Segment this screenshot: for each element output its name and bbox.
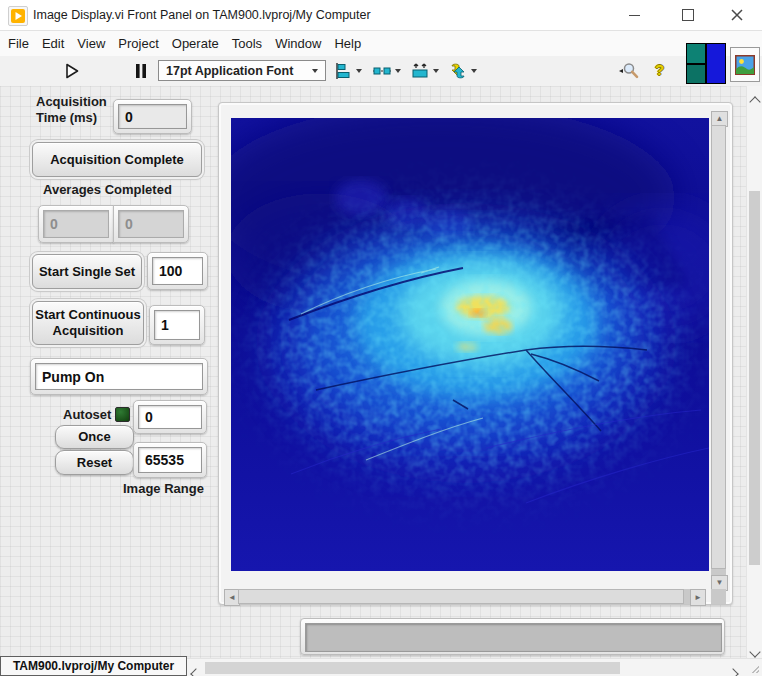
minimize-button[interactable] [617,0,651,30]
resize-objects-icon [409,62,431,80]
start-single-set-button[interactable]: Start Single Set [32,254,142,289]
pause-button[interactable] [134,63,148,83]
help-icon: ? [655,61,664,78]
window-scroll-up-button[interactable] [751,92,759,110]
toolbar: 17pt Application Font [0,56,762,87]
averages-value-2: 0 [118,210,184,238]
acquisition-time-indicator: 0 [113,99,192,134]
resize-grip[interactable] [751,665,759,673]
thermal-image-rendering [231,118,709,571]
chevron-down-icon [433,69,439,73]
averages-completed-indicator-1: 0 [38,205,114,243]
chevron-right-icon [727,668,738,676]
font-selector[interactable]: 17pt Application Font [158,60,326,81]
help-button[interactable]: ? [655,61,664,78]
range-min-control[interactable]: 0 [133,400,207,434]
menu-help[interactable]: Help [334,36,361,51]
panel-pane-top [687,44,705,63]
labview-run-arrow-icon [11,9,25,23]
averages-completed-label: Averages Completed [43,182,172,197]
once-button[interactable]: Once [55,425,134,449]
distribute-objects-button[interactable] [371,60,401,82]
chevron-down-icon [471,69,477,73]
menu-tools[interactable]: Tools [232,36,262,51]
run-arrow-icon [62,61,82,81]
start-continuous-label-line2: Acquisition [53,323,124,339]
reorder-objects-button[interactable] [447,60,477,82]
chevron-down-icon [312,69,318,73]
maximize-icon [682,9,694,21]
range-max-value[interactable]: 65535 [138,447,202,473]
reset-button[interactable]: Reset [55,450,134,475]
menu-window[interactable]: Window [275,36,321,51]
chevron-left-icon [190,668,201,676]
panel-pane-bottom [687,65,705,84]
image-vscroll-thumb[interactable] [711,125,726,569]
single-set-count-control[interactable]: 100 [147,252,208,290]
align-objects-button[interactable] [334,60,362,82]
autoset-led[interactable] [115,407,130,422]
labview-app-icon [8,6,28,26]
averages-value-1: 0 [43,210,109,238]
panel-navigation-icon[interactable] [686,43,726,84]
execution-target-label: TAM900.lvproj/My Computer [13,659,174,673]
vi-icon[interactable] [730,47,760,82]
menu-operate[interactable]: Operate [172,36,219,51]
pump-control[interactable]: Pump On [30,358,208,395]
align-objects-icon [334,62,354,80]
window-title: Image Display.vi Front Panel on TAM900.l… [33,0,371,30]
window-hscroll-thumb[interactable] [205,662,620,674]
image-hscroll-thumb[interactable] [238,589,684,604]
acquisition-time-value: 0 [118,104,187,129]
window-scroll-left-button[interactable] [192,664,200,676]
menu-project[interactable]: Project [118,36,158,51]
averages-completed-indicator-2: 0 [113,205,189,243]
status-string-indicator [300,618,725,655]
chevron-down-icon [356,69,362,73]
front-panel: Acquisition Time (ms) 0 Acquisition Comp… [0,86,746,658]
menu-edit[interactable]: Edit [42,36,64,51]
execution-target-box[interactable]: TAM900.lvproj/My Computer [0,656,187,676]
panel-pane-right [707,44,725,83]
once-label: Once [78,429,111,445]
pump-value[interactable]: Pump On [35,363,203,390]
image-range-label: Image Range [123,481,204,496]
reorder-objects-icon [447,62,469,80]
autoset-label: Autoset [63,407,111,422]
search-icon [618,62,640,80]
range-max-control[interactable]: 65535 [133,442,207,478]
single-set-count-value[interactable]: 100 [152,257,203,285]
maximize-button[interactable] [671,0,705,30]
menu-bar: File Edit View Project Operate Tools Win… [0,31,762,56]
window-vscroll-thumb[interactable] [749,191,760,565]
resize-objects-button[interactable] [409,60,439,82]
close-button[interactable] [720,0,754,30]
landscape-thumbnail-icon [735,55,755,75]
acquisition-complete-button[interactable]: Acquisition Complete [32,142,202,177]
chevron-down-icon [395,69,401,73]
window-vscrollbar[interactable] [746,86,762,658]
run-button[interactable] [62,61,82,85]
title-bar: Image Display.vi Front Panel on TAM900.l… [0,0,762,31]
continuous-count-control[interactable]: 1 [149,305,205,345]
acquisition-time-label: Acquisition Time (ms) [36,94,107,126]
continuous-count-value[interactable]: 1 [154,310,200,340]
start-continuous-label-line1: Start Continuous [35,307,140,323]
thermal-image[interactable] [231,118,709,571]
chevron-up-icon [749,96,760,107]
image-scroll-corner [711,589,726,604]
search-button[interactable] [618,62,640,84]
status-string-value [305,623,722,652]
start-continuous-acquisition-button[interactable]: Start Continuous Acquisition [32,301,144,345]
image-display-frame: ▲ ▼ ◄ ► [218,102,733,605]
start-single-set-label: Start Single Set [39,264,135,280]
window-scroll-right-button[interactable] [729,664,737,676]
close-icon [731,9,743,21]
menu-view[interactable]: View [77,36,105,51]
menu-file[interactable]: File [8,36,29,51]
distribute-objects-icon [371,62,393,80]
range-min-value[interactable]: 0 [138,405,202,429]
reset-label: Reset [77,455,112,471]
image-scroll-right-button[interactable]: ► [690,589,706,606]
chevron-down-icon [749,646,760,657]
